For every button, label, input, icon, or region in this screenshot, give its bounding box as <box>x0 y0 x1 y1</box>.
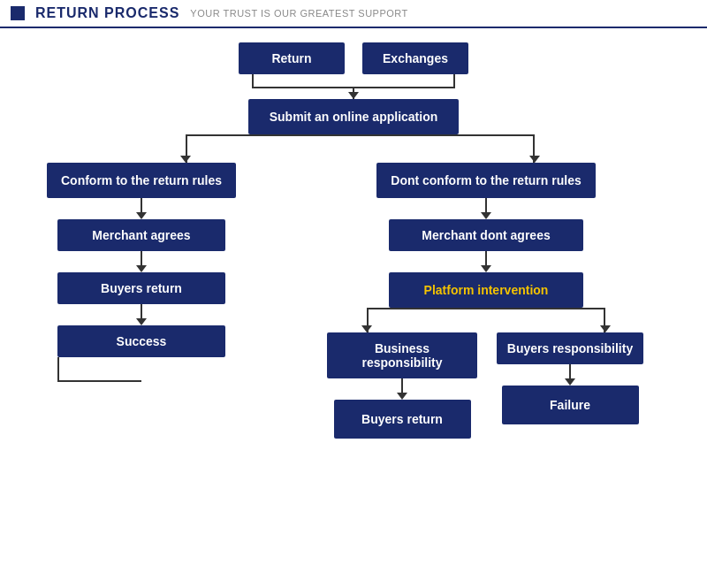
sub-row: Business responsibility Buyers return Bu… <box>318 332 654 439</box>
arrow-5 <box>481 251 491 272</box>
conform-box: Conform to the return rules <box>47 163 236 198</box>
failure-box: Failure <box>502 386 639 424</box>
left-branch: Conform to the return rules Merchant agr… <box>44 163 239 382</box>
arrow-4 <box>481 198 491 219</box>
return-box: Return <box>239 42 345 74</box>
page-title: RETURN PROCESS <box>35 5 179 21</box>
merchant-agrees-box: Merchant agrees <box>57 219 225 251</box>
business-resp-box: Business responsibility <box>327 332 477 378</box>
buyers-resp-box: Buyers responsibility <box>497 332 643 364</box>
split-row: Conform to the return rules Merchant agr… <box>18 163 689 439</box>
split-container: Conform to the return rules Merchant agr… <box>18 134 689 439</box>
sub-split-line-container <box>318 308 654 332</box>
right-arrow-tip <box>529 156 540 163</box>
submit-box: Submit an online application <box>248 99 460 134</box>
arrow-7 <box>565 364 575 386</box>
platform-box: Platform intervention <box>389 272 583 308</box>
right-branch: Dont conform to the return rules Merchan… <box>309 163 663 439</box>
two-boxes: Return Exchanges <box>239 42 468 74</box>
arrow-3 <box>136 304 147 325</box>
diagram: Return Exchanges Submit an online applic… <box>0 28 707 453</box>
sub-split-container: Business responsibility Buyers return Bu… <box>318 308 654 439</box>
feedback-v-line <box>57 357 59 382</box>
arrow-1 <box>136 198 147 219</box>
exchanges-box: Exchanges <box>362 42 468 74</box>
buyers-branch: Buyers responsibility Failure <box>495 332 645 424</box>
merchant-dont-box: Merchant dont agrees <box>389 219 583 251</box>
arrow-6 <box>397 378 407 400</box>
dont-conform-box: Dont conform to the return rules <box>376 163 595 198</box>
split-h-line <box>186 134 535 136</box>
header-subtitle: YOUR TRUST IS OUR GREATEST SUPPORT <box>190 8 407 19</box>
top-boxes-area: Return Exchanges <box>221 42 486 99</box>
header-icon <box>11 6 25 20</box>
header: RETURN PROCESS YOUR TRUST IS OUR GREATES… <box>0 0 707 28</box>
business-branch: Business responsibility Buyers return <box>327 332 477 439</box>
arrow-2 <box>136 251 147 272</box>
buyers-return-left-box: Buyers return <box>57 272 225 304</box>
sub-left-tip <box>361 325 372 332</box>
feedback-connector <box>57 357 225 382</box>
buyers-return-right-box: Buyers return <box>334 400 471 439</box>
sub-right-tip <box>600 325 611 332</box>
sub-split-h-line <box>367 308 605 309</box>
merge-connector <box>221 74 486 99</box>
left-arrow-tip <box>180 156 191 163</box>
split-line-container <box>18 134 689 163</box>
success-box: Success <box>57 325 225 357</box>
feedback-h-line <box>57 380 141 382</box>
merge-arrow <box>348 92 359 99</box>
